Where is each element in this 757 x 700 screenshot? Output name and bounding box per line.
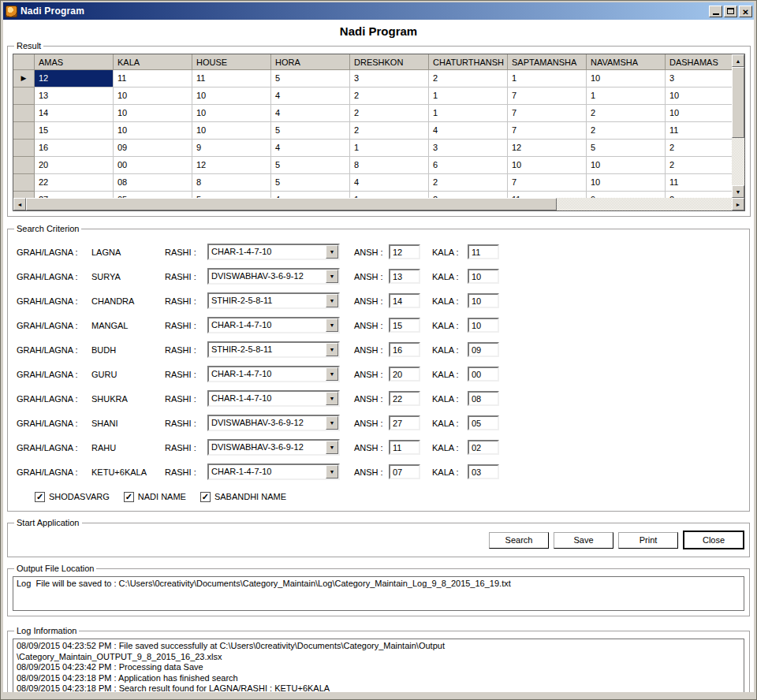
table-cell[interactable]: 4: [429, 122, 508, 140]
kala-input[interactable]: [468, 367, 499, 382]
table-cell[interactable]: 4: [271, 88, 350, 105]
rashi-dropdown[interactable]: CHAR-1-4-7-10▼: [207, 464, 340, 480]
table-cell[interactable]: 12: [192, 157, 271, 174]
table-cell[interactable]: 6: [429, 157, 508, 174]
kala-input[interactable]: [468, 391, 499, 406]
table-cell[interactable]: 05: [114, 192, 192, 198]
kala-input[interactable]: [468, 293, 499, 308]
search-button[interactable]: Search: [489, 532, 549, 549]
table-cell[interactable]: 10: [587, 70, 666, 88]
table-cell[interactable]: 11: [666, 174, 732, 192]
row-selector[interactable]: [13, 105, 35, 122]
rashi-dropdown[interactable]: CHAR-1-4-7-10▼: [207, 244, 340, 260]
table-cell[interactable]: 2: [350, 88, 429, 105]
scroll-down-icon[interactable]: ▼: [732, 185, 744, 198]
table-cell[interactable]: 22: [35, 174, 114, 192]
save-button[interactable]: Save: [554, 532, 613, 549]
table-cell[interactable]: 2: [587, 105, 666, 122]
dropdown-button[interactable]: ▼: [326, 245, 338, 259]
table-cell[interactable]: 15: [35, 122, 114, 140]
table-cell[interactable]: 5: [271, 174, 350, 192]
table-cell[interactable]: 8: [350, 157, 429, 174]
table-cell[interactable]: 10: [508, 157, 587, 174]
table-cell[interactable]: 1: [429, 88, 508, 105]
column-header[interactable]: HOUSE: [192, 54, 271, 70]
column-header[interactable]: KALA: [114, 54, 192, 70]
kala-input[interactable]: [468, 464, 499, 479]
table-cell[interactable]: 27: [35, 192, 114, 198]
ansh-input[interactable]: [389, 318, 420, 333]
rashi-dropdown[interactable]: STHIR-2-5-8-11▼: [207, 292, 340, 309]
kala-input[interactable]: [468, 244, 499, 259]
table-cell[interactable]: 3: [350, 70, 429, 88]
table-cell[interactable]: 4: [350, 174, 429, 192]
dropdown-button[interactable]: ▼: [326, 367, 338, 381]
table-cell[interactable]: 16: [35, 140, 114, 157]
ansh-input[interactable]: [389, 440, 420, 455]
log-textbox[interactable]: 08/09/2015 04:23:52 PM : File saved succ…: [13, 639, 744, 692]
scroll-up-icon[interactable]: ▲: [732, 54, 744, 67]
scroll-right-icon[interactable]: ►: [732, 198, 744, 210]
table-cell[interactable]: 10: [114, 122, 192, 140]
table-cell[interactable]: 08: [114, 174, 192, 192]
dropdown-button[interactable]: ▼: [326, 343, 338, 356]
scroll-left-icon[interactable]: ◄: [13, 198, 26, 210]
table-cell[interactable]: 13: [35, 88, 114, 105]
table-cell[interactable]: 10: [192, 105, 271, 122]
table-cell[interactable]: 7: [508, 122, 587, 140]
table-cell[interactable]: 3: [666, 70, 732, 88]
row-selector[interactable]: [13, 140, 35, 157]
close-button[interactable]: Close: [683, 531, 744, 549]
maximize-button[interactable]: [724, 6, 737, 17]
table-cell[interactable]: 11: [114, 70, 192, 88]
table-cell[interactable]: 1: [587, 88, 666, 105]
table-cell[interactable]: 5: [271, 122, 350, 140]
kala-input[interactable]: [468, 318, 499, 333]
table-cell[interactable]: 11: [666, 122, 732, 140]
table-cell[interactable]: 10: [587, 157, 666, 174]
ansh-input[interactable]: [389, 244, 420, 259]
ansh-input[interactable]: [389, 367, 420, 382]
rashi-dropdown[interactable]: CHAR-1-4-7-10▼: [207, 366, 340, 382]
table-cell[interactable]: 4: [271, 192, 350, 198]
ansh-input[interactable]: [389, 269, 420, 284]
table-cell[interactable]: 20: [35, 157, 114, 174]
kala-input[interactable]: [468, 415, 499, 430]
column-header[interactable]: NAVAMSHA: [587, 54, 666, 70]
vertical-scrollbar[interactable]: ▲ ▼: [732, 54, 744, 198]
print-button[interactable]: Print: [618, 532, 678, 549]
table-cell[interactable]: 2: [666, 192, 732, 198]
column-header[interactable]: HORA: [271, 54, 350, 70]
checkbox-icon[interactable]: ✓: [124, 492, 134, 502]
table-cell[interactable]: 10: [192, 88, 271, 105]
rashi-dropdown[interactable]: DVISWABHAV-3-6-9-12▼: [207, 439, 340, 456]
dropdown-button[interactable]: ▼: [326, 318, 338, 332]
checkbox-icon[interactable]: ✓: [200, 492, 211, 502]
row-selector[interactable]: [13, 88, 35, 105]
table-cell[interactable]: 2: [666, 157, 732, 174]
dropdown-button[interactable]: ▼: [326, 294, 338, 307]
table-cell[interactable]: 5: [192, 192, 271, 198]
row-selector[interactable]: [13, 174, 35, 192]
table-cell[interactable]: 10: [114, 88, 192, 105]
table-cell[interactable]: 5: [587, 140, 666, 157]
title-bar[interactable]: Nadi Program: [3, 2, 754, 20]
row-selector[interactable]: [13, 157, 35, 174]
ansh-input[interactable]: [389, 293, 420, 308]
table-cell[interactable]: 00: [114, 157, 192, 174]
row-selector[interactable]: [13, 192, 35, 198]
rashi-dropdown[interactable]: CHAR-1-4-7-10▼: [207, 390, 340, 407]
table-cell[interactable]: 7: [508, 105, 587, 122]
table-cell[interactable]: 3: [429, 140, 508, 157]
kala-input[interactable]: [468, 269, 499, 284]
table-cell[interactable]: 2: [350, 122, 429, 140]
table-cell[interactable]: 11: [508, 192, 587, 198]
ansh-input[interactable]: [389, 391, 420, 406]
checkbox-item[interactable]: ✓NADI NAME: [124, 492, 186, 502]
vertical-scroll-thumb[interactable]: [732, 67, 744, 138]
table-cell[interactable]: 9: [587, 192, 666, 198]
column-header[interactable]: DASHAMAS: [666, 54, 732, 70]
output-file-textbox[interactable]: Log File will be saved to : C:\Users\0cr…: [13, 576, 744, 611]
minimize-button[interactable]: [709, 6, 722, 17]
ansh-input[interactable]: [389, 342, 420, 357]
